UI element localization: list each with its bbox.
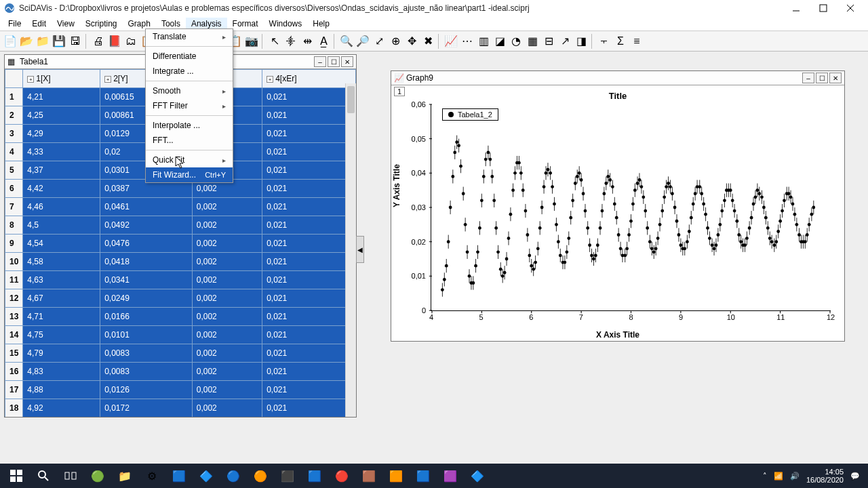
menu-scripting[interactable]: Scripting: [80, 18, 123, 30]
cell[interactable]: 0,021: [262, 399, 356, 418]
table-minimize-button[interactable]: –: [314, 56, 326, 67]
close-button[interactable]: [837, 0, 864, 16]
save-template-icon[interactable]: 🖫: [68, 34, 83, 49]
open-file-icon[interactable]: 📂: [19, 34, 34, 49]
taskbar-app-generic1[interactable]: 🔷: [193, 464, 220, 488]
taskbar-app-vscode[interactable]: 🟦: [301, 464, 328, 488]
cell[interactable]: 4,46: [23, 198, 100, 216]
move-points-icon[interactable]: ✥: [404, 34, 419, 49]
panel-collapse-handle[interactable]: ◀: [356, 236, 364, 263]
cell[interactable]: 4,42: [23, 180, 100, 198]
menu-analysis[interactable]: Analysis: [186, 18, 227, 30]
cell[interactable]: 0,0492: [100, 216, 193, 235]
cell[interactable]: 4,21: [23, 88, 100, 106]
cell[interactable]: 0,0476: [100, 235, 193, 253]
cell[interactable]: 0,0083: [100, 363, 193, 381]
pointer-icon[interactable]: ↖: [267, 34, 282, 49]
cell[interactable]: 0,021: [262, 344, 356, 363]
taskbar-app-firefox[interactable]: 🟠: [247, 464, 274, 488]
cell[interactable]: 0,0172: [100, 399, 193, 418]
cell[interactable]: 0,0166: [100, 308, 193, 326]
taskbar-app-generic3[interactable]: 🟦: [410, 464, 437, 488]
start-button[interactable]: [3, 464, 30, 488]
tray-volume-icon[interactable]: 🔊: [790, 472, 800, 481]
row-header[interactable]: 2: [5, 106, 23, 125]
cell[interactable]: 4,71: [23, 308, 100, 326]
cell[interactable]: 0,021: [262, 88, 356, 106]
menu-file[interactable]: File: [3, 18, 26, 30]
cell[interactable]: 4,37: [23, 161, 100, 180]
cell[interactable]: 0,021: [262, 161, 356, 180]
row-header[interactable]: 12: [5, 289, 23, 308]
rescale-icon[interactable]: ⤢: [372, 34, 387, 49]
row-header[interactable]: 1: [5, 88, 23, 106]
row-header[interactable]: 16: [5, 363, 23, 381]
col-header-4[interactable]: +4[xEr]: [262, 70, 356, 88]
graph-titlebar[interactable]: 📈 Graph9 – ☐ ✕: [391, 71, 844, 85]
cell[interactable]: 0,021: [262, 125, 356, 143]
cell[interactable]: 0,0101: [100, 326, 193, 344]
menu-fit-wizard[interactable]: Fit Wizard...Ctrl+Y: [146, 167, 233, 182]
stats-rows-icon[interactable]: ≡: [629, 34, 644, 49]
row-header[interactable]: 10: [5, 253, 23, 271]
row-header[interactable]: 15: [5, 344, 23, 363]
area-plot-icon[interactable]: ◪: [492, 34, 507, 49]
scatter-plot-icon[interactable]: ⋯: [460, 34, 475, 49]
menu-quick-fit[interactable]: Quick Fit▸: [146, 152, 233, 167]
pie-plot-icon[interactable]: ◔: [509, 34, 524, 49]
taskbar-app-chrome[interactable]: 🔴: [328, 464, 355, 488]
row-header[interactable]: 4: [5, 143, 23, 161]
cell[interactable]: 0,021: [262, 198, 356, 216]
notifications-icon[interactable]: 💬: [850, 472, 860, 481]
task-view-icon[interactable]: [57, 464, 84, 488]
menu-smooth[interactable]: Smooth▸: [146, 83, 233, 98]
new-file-icon[interactable]: 📄: [3, 34, 18, 49]
taskbar-app-settings[interactable]: ⚙: [138, 464, 165, 488]
menu-windows[interactable]: Windows: [264, 18, 308, 30]
table-row[interactable]: 10 4,58 0,0418 0,002 0,021: [5, 253, 356, 271]
table-row[interactable]: 12 4,67 0,0249 0,002 0,021: [5, 289, 356, 308]
3d-plot-icon[interactable]: ◨: [574, 34, 589, 49]
menu-integrate[interactable]: Integrate ...: [146, 64, 233, 79]
taskbar-app-generic4[interactable]: 🟪: [437, 464, 464, 488]
taskbar-app-terminal[interactable]: ⬛: [274, 464, 301, 488]
cell[interactable]: 0,021: [262, 143, 356, 161]
table-row[interactable]: 17 4,88 0,0126 0,002 0,021: [5, 381, 356, 399]
menu-format[interactable]: Format: [227, 18, 264, 30]
table-row[interactable]: 13 4,71 0,0166 0,002 0,021: [5, 308, 356, 326]
cell[interactable]: 0,0341: [100, 271, 193, 289]
cell[interactable]: 0,021: [262, 106, 356, 125]
table-maximize-button[interactable]: ☐: [328, 56, 340, 67]
minimize-button[interactable]: [783, 0, 810, 16]
taskbar-clock[interactable]: 14:05 16/08/2020: [806, 468, 844, 484]
taskbar-app-edge[interactable]: 🔵: [220, 464, 247, 488]
row-header[interactable]: 6: [5, 180, 23, 198]
cell[interactable]: 0,0461: [100, 198, 193, 216]
cell[interactable]: 0,0083: [100, 344, 193, 363]
cell[interactable]: 0,002: [192, 308, 262, 326]
box-plot-icon[interactable]: ⊟: [541, 34, 556, 49]
stats-columns-icon[interactable]: Σ: [613, 34, 628, 49]
row-header[interactable]: 8: [5, 216, 23, 235]
explorer-icon[interactable]: 🗂: [123, 34, 138, 49]
text-icon[interactable]: A̲: [316, 34, 331, 49]
add-column-icon[interactable]: ⫟: [597, 34, 612, 49]
zoom-out-icon[interactable]: 🔎: [355, 34, 370, 49]
taskbar-app-spotify[interactable]: 🟢: [84, 464, 111, 488]
table-row[interactable]: 15 4,79 0,0083 0,002 0,021: [5, 344, 356, 363]
cell[interactable]: 0,021: [262, 326, 356, 344]
table-row[interactable]: 8 4,5 0,0492 0,002 0,021: [5, 216, 356, 235]
cell[interactable]: 4,33: [23, 143, 100, 161]
taskbar-app-mail[interactable]: 🟫: [355, 464, 382, 488]
select-range-icon[interactable]: ⇹: [300, 34, 315, 49]
table-row[interactable]: 7 4,46 0,0461 0,002 0,021: [5, 198, 356, 216]
table-row[interactable]: 18 4,92 0,0172 0,002 0,021: [5, 399, 356, 418]
zoom-in-icon[interactable]: 🔍: [339, 34, 354, 49]
menu-view[interactable]: View: [52, 18, 80, 30]
taskbar-app-scidavis[interactable]: 🔷: [464, 464, 491, 488]
row-header[interactable]: 18: [5, 399, 23, 418]
cell[interactable]: 0,002: [192, 271, 262, 289]
table-row[interactable]: 11 4,63 0,0341 0,002 0,021: [5, 271, 356, 289]
data-reader-icon[interactable]: ⸎: [283, 34, 298, 49]
menu-help[interactable]: Help: [307, 18, 335, 30]
